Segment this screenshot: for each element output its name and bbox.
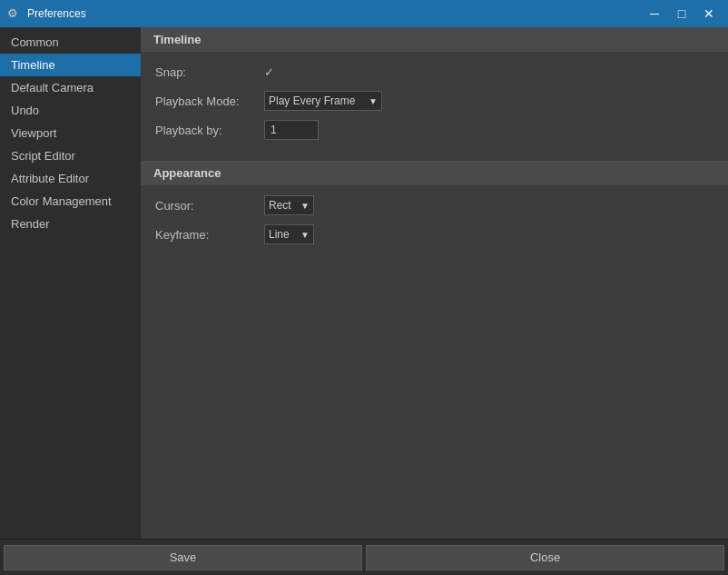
- keyframe-value: Line: [269, 228, 290, 241]
- keyframe-dropdown[interactable]: Line ▼: [264, 224, 314, 244]
- keyframe-row: Keyframe: Line ▼: [155, 223, 713, 245]
- appearance-form: Cursor: Rect ▼ Keyframe: Line ▼: [141, 185, 728, 265]
- bottom-bar: Save Close: [0, 539, 728, 575]
- cursor-arrow-icon: ▼: [300, 201, 310, 211]
- close-button[interactable]: ✕: [697, 5, 721, 23]
- snap-label: Snap:: [155, 65, 264, 79]
- playback-by-input[interactable]: [264, 120, 319, 140]
- keyframe-arrow-icon: ▼: [300, 230, 310, 240]
- minimize-button[interactable]: ─: [643, 5, 666, 23]
- playback-mode-dropdown[interactable]: Play Every Frame ▼: [264, 91, 382, 111]
- sidebar-item-attribute-editor[interactable]: Attribute Editor: [0, 167, 141, 190]
- app-icon: ⚙: [7, 6, 22, 21]
- playback-by-label: Playback by:: [155, 124, 264, 137]
- window-controls: ─ □ ✕: [643, 5, 721, 23]
- title-bar: ⚙ Preferences ─ □ ✕: [0, 0, 728, 27]
- snap-row: Snap: ✓: [155, 61, 713, 83]
- save-button[interactable]: Save: [4, 545, 362, 570]
- cursor-dropdown[interactable]: Rect ▼: [264, 195, 314, 215]
- playback-by-row: Playback by:: [155, 119, 713, 141]
- keyframe-label: Keyframe:: [155, 228, 264, 242]
- cursor-row: Cursor: Rect ▼: [155, 194, 713, 216]
- playback-mode-row: Playback Mode: Play Every Frame ▼: [155, 90, 713, 112]
- window-title: Preferences: [27, 7, 86, 20]
- content-area: Common Timeline Default Camera Undo View…: [0, 27, 728, 539]
- sidebar-item-common[interactable]: Common: [0, 31, 141, 54]
- playback-mode-value: Play Every Frame: [269, 94, 355, 107]
- sidebar-item-viewport[interactable]: Viewport: [0, 122, 141, 144]
- sidebar-item-timeline[interactable]: Timeline: [0, 54, 141, 76]
- main-layout: Common Timeline Default Camera Undo View…: [0, 27, 728, 575]
- timeline-form: Snap: ✓ Playback Mode: Play Every Frame …: [141, 52, 728, 161]
- sidebar-item-default-camera[interactable]: Default Camera: [0, 76, 141, 99]
- timeline-section-header: Timeline: [141, 27, 728, 52]
- appearance-section-header: Appearance: [141, 161, 728, 185]
- cursor-label: Cursor:: [155, 199, 264, 213]
- sidebar-item-script-editor[interactable]: Script Editor: [0, 144, 141, 167]
- sidebar-item-undo[interactable]: Undo: [0, 99, 141, 122]
- sidebar-item-render[interactable]: Render: [0, 213, 141, 235]
- snap-checkmark: ✓: [264, 65, 274, 79]
- cursor-value: Rect: [269, 199, 291, 212]
- sidebar: Common Timeline Default Camera Undo View…: [0, 27, 141, 539]
- close-dialog-button[interactable]: Close: [366, 545, 724, 570]
- playback-mode-arrow-icon: ▼: [369, 96, 378, 106]
- right-panel: Timeline Snap: ✓ Playback Mode: Play Eve…: [141, 27, 728, 539]
- playback-mode-label: Playback Mode:: [155, 94, 264, 108]
- maximize-button[interactable]: □: [670, 5, 694, 23]
- sidebar-item-color-management[interactable]: Color Management: [0, 190, 141, 213]
